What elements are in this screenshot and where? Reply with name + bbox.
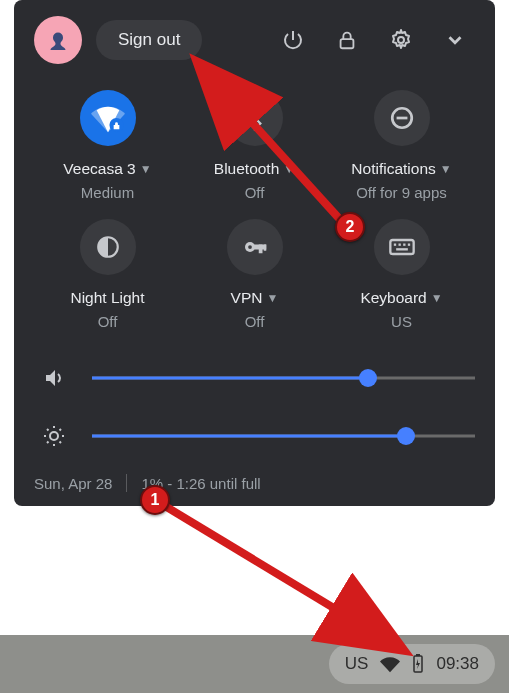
tray-ime: US <box>345 654 369 674</box>
notifications-label[interactable]: Notifications▼ <box>351 160 451 178</box>
header-row: Sign out <box>34 16 475 64</box>
tile-nightlight: Night Light Off <box>34 219 181 330</box>
chevron-down-icon: ▼ <box>266 291 278 305</box>
taskbar: US 09:38 <box>0 635 509 693</box>
vpn-icon <box>240 232 270 262</box>
volume-slider[interactable] <box>92 366 475 390</box>
chevron-down-icon: ▼ <box>140 162 152 176</box>
brightness-icon-button[interactable] <box>34 416 74 456</box>
volume-icon-button[interactable] <box>34 358 74 398</box>
divider <box>126 474 127 492</box>
date-label: Sun, Apr 28 <box>34 475 112 492</box>
dnd-icon <box>389 105 415 131</box>
settings-button[interactable] <box>381 20 421 60</box>
chevron-down-icon <box>444 29 466 51</box>
power-button[interactable] <box>273 20 313 60</box>
tiles-grid: Veecasa 3▼ Medium Bluetooth▼ Off Notific… <box>34 90 475 330</box>
vpn-toggle[interactable] <box>227 219 283 275</box>
collapse-button[interactable] <box>435 20 475 60</box>
svg-rect-8 <box>258 245 262 254</box>
volume-icon <box>42 366 66 390</box>
svg-rect-13 <box>398 244 400 246</box>
svg-rect-19 <box>416 654 420 656</box>
chevron-down-icon: ▼ <box>431 291 443 305</box>
wifi-tray-icon <box>380 654 400 674</box>
wifi-label[interactable]: Veecasa 3▼ <box>63 160 151 178</box>
tile-notifications: Notifications▼ Off for 9 apps <box>328 90 475 201</box>
svg-rect-11 <box>390 240 413 254</box>
svg-point-10 <box>248 245 252 249</box>
keyboard-toggle[interactable] <box>374 219 430 275</box>
notifications-toggle[interactable] <box>374 90 430 146</box>
wifi-icon <box>91 101 125 135</box>
keyboard-label[interactable]: Keyboard▼ <box>360 289 442 307</box>
svg-line-21 <box>155 500 400 648</box>
avatar[interactable] <box>34 16 82 64</box>
vpn-label[interactable]: VPN▼ <box>231 289 279 307</box>
brightness-slider[interactable] <box>92 424 475 448</box>
nightlight-sublabel: Off <box>98 313 118 330</box>
nightlight-toggle[interactable] <box>80 219 136 275</box>
brightness-row <box>34 416 475 456</box>
svg-rect-0 <box>341 39 354 48</box>
gear-icon <box>389 28 413 52</box>
keyboard-icon <box>388 233 416 261</box>
svg-rect-12 <box>393 244 395 246</box>
sign-out-button[interactable]: Sign out <box>96 20 202 60</box>
avatar-icon <box>43 25 73 55</box>
wifi-sublabel: Medium <box>81 184 134 201</box>
keyboard-sublabel: US <box>391 313 412 330</box>
wifi-toggle[interactable] <box>80 90 136 146</box>
tile-wifi: Veecasa 3▼ Medium <box>34 90 181 201</box>
battery-tray-icon <box>412 654 424 674</box>
chevron-down-icon: ▼ <box>440 162 452 176</box>
brightness-icon <box>42 424 66 448</box>
tray-clock: 09:38 <box>436 654 479 674</box>
volume-row <box>34 358 475 398</box>
footer-row: Sun, Apr 28 1% - 1:26 until full <box>34 474 475 492</box>
bluetooth-icon <box>242 105 268 131</box>
svg-rect-9 <box>263 245 266 251</box>
annotation-badge-2: 2 <box>335 212 365 242</box>
power-icon <box>281 28 305 52</box>
bluetooth-label[interactable]: Bluetooth▼ <box>214 160 295 178</box>
svg-rect-16 <box>396 248 408 250</box>
quick-settings-panel: Sign out Veecasa 3▼ Medium Bluetooth▼ <box>14 0 495 506</box>
nightlight-label[interactable]: Night Light <box>70 289 144 307</box>
annotation-badge-1: 1 <box>140 485 170 515</box>
lock-button[interactable] <box>327 20 367 60</box>
svg-rect-15 <box>407 244 409 246</box>
bluetooth-sublabel: Off <box>245 184 265 201</box>
svg-point-17 <box>50 432 58 440</box>
vpn-sublabel: Off <box>245 313 265 330</box>
chevron-down-icon: ▼ <box>283 162 295 176</box>
nightlight-icon <box>95 234 121 260</box>
svg-rect-14 <box>403 244 405 246</box>
lock-icon <box>336 29 358 51</box>
notifications-sublabel: Off for 9 apps <box>356 184 447 201</box>
tile-bluetooth: Bluetooth▼ Off <box>181 90 328 201</box>
system-tray[interactable]: US 09:38 <box>329 644 495 684</box>
tile-vpn: VPN▼ Off <box>181 219 328 330</box>
bluetooth-toggle[interactable] <box>227 90 283 146</box>
svg-point-1 <box>398 37 404 43</box>
